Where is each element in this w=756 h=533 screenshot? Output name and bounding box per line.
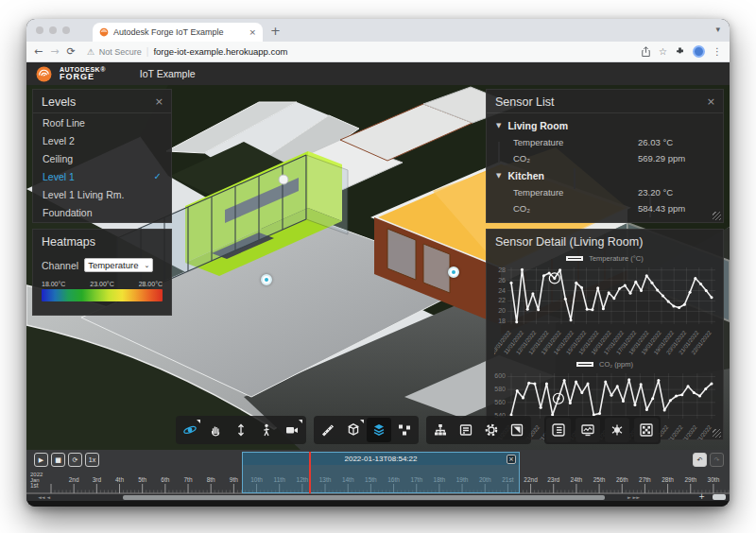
close-icon[interactable]: × bbox=[707, 95, 715, 108]
forge-viewer-canvas[interactable]: Levels × Roof LineLevel 2CeilingLevel 1✓… bbox=[26, 85, 730, 450]
security-label[interactable]: Not Secure bbox=[99, 47, 142, 57]
close-window-button[interactable] bbox=[36, 26, 43, 34]
pan-button[interactable] bbox=[203, 418, 228, 442]
forge-logo bbox=[36, 66, 52, 82]
sensor-group-kitchen[interactable]: ▼Kitchen bbox=[487, 166, 723, 184]
explode-button[interactable] bbox=[392, 418, 417, 442]
tab-title: Autodesk Forge IoT Example bbox=[113, 27, 244, 37]
first-person-icon bbox=[259, 422, 274, 438]
tab-close-icon[interactable]: × bbox=[249, 27, 256, 37]
browser-toolbar: ← → ⟳ ⚠ Not Secure | forge-iot-example.h… bbox=[26, 42, 730, 62]
properties-button[interactable] bbox=[454, 418, 478, 442]
scroll-left-arrows[interactable]: ◄◄ ◄ bbox=[38, 494, 50, 501]
heatmaps-panel-title[interactable]: Heatmaps bbox=[33, 230, 171, 252]
loop-button[interactable]: ⟳ bbox=[68, 453, 82, 467]
sensor-group-living-room[interactable]: ▼Living Room bbox=[487, 116, 723, 134]
sensor-list-tool-button[interactable] bbox=[546, 418, 571, 442]
zoom-window-button[interactable] bbox=[62, 26, 70, 34]
resize-handle[interactable] bbox=[713, 429, 721, 438]
browser-tab[interactable]: Autodesk Forge IoT Example × bbox=[93, 23, 263, 42]
channel-select[interactable]: Temperature ⌄ bbox=[84, 258, 153, 272]
camera-button[interactable] bbox=[280, 418, 304, 442]
new-tab-button[interactable]: + bbox=[270, 25, 281, 37]
level-item-ceiling[interactable]: Ceiling bbox=[33, 149, 171, 167]
first-person-button[interactable] bbox=[254, 418, 279, 442]
extensions-icon[interactable] bbox=[675, 46, 685, 57]
address-bar[interactable]: ⚠ Not Secure | forge-iot-example.herokua… bbox=[83, 46, 633, 57]
scrollbar-handle[interactable] bbox=[123, 495, 605, 500]
sensor-detail-panel-title[interactable]: Sensor Detail (Living Room) bbox=[487, 230, 723, 252]
orbit-button[interactable] bbox=[178, 418, 202, 442]
redo-button[interactable]: ↷ bbox=[710, 453, 724, 467]
minimize-window-button[interactable] bbox=[49, 26, 57, 34]
window-bottom-edge bbox=[26, 501, 730, 507]
levels-panel-title[interactable]: Levels × bbox=[33, 90, 171, 112]
channel-label: Channel bbox=[42, 260, 78, 271]
levels-panel: Levels × Roof LineLevel 2CeilingLevel 1✓… bbox=[32, 89, 172, 223]
profile-avatar[interactable] bbox=[693, 45, 705, 58]
sensor-detail-tool-button[interactable] bbox=[576, 418, 600, 442]
sensor-group-name: Living Room bbox=[507, 120, 568, 131]
back-icon[interactable]: ← bbox=[34, 45, 43, 58]
sensor-row[interactable]: CO₂569.29 ppm bbox=[487, 150, 723, 166]
flyout-arrow-icon bbox=[360, 420, 364, 423]
sensor-sprites-tool-button[interactable] bbox=[605, 418, 629, 442]
timeline-playhead[interactable] bbox=[309, 452, 311, 493]
livingroom-sensor-sprite[interactable] bbox=[448, 266, 459, 278]
model-browser-button[interactable] bbox=[428, 418, 453, 442]
timeline-selection-header[interactable]: 2022-01-13T08:54:22 bbox=[243, 453, 519, 465]
sensor-list-panel-title[interactable]: Sensor List × bbox=[487, 90, 723, 112]
tab-search-chevron-icon[interactable]: ▾ bbox=[715, 25, 720, 34]
temperature-chart-legend: Temperature (°C) bbox=[487, 252, 723, 264]
settings-button[interactable] bbox=[479, 418, 504, 442]
speed-button[interactable]: 1x bbox=[85, 453, 99, 467]
timeline-selection-range[interactable]: 2022-01-13T08:54:22 × bbox=[242, 452, 520, 493]
caret-down-icon: ▼ bbox=[496, 122, 501, 129]
timeline-panel[interactable]: ▶ ■ ⟳ 1x ↶ ↷ 2022Jan1st2nd3rd4th5th6th7t… bbox=[26, 450, 730, 501]
level-item-level-1-living-rm-[interactable]: Level 1 Living Rm. bbox=[33, 185, 171, 203]
temperature-line-chart[interactable]: 18202224262810/01/202211/01/202212/01/20… bbox=[494, 264, 717, 358]
undo-button[interactable]: ↶ bbox=[693, 453, 707, 467]
sensor-value: 26.03 °C bbox=[638, 137, 673, 147]
zoom-button[interactable] bbox=[229, 418, 253, 442]
not-secure-warning-icon[interactable]: ⚠ bbox=[87, 47, 94, 57]
flyout-arrow-icon bbox=[197, 420, 200, 423]
level-item-foundation[interactable]: Foundation bbox=[33, 203, 171, 221]
scroll-right-arrows[interactable]: ► ►► bbox=[627, 494, 640, 501]
check-icon: ✓ bbox=[154, 171, 162, 181]
svg-text:18: 18 bbox=[498, 318, 506, 324]
stop-button[interactable]: ■ bbox=[51, 453, 65, 467]
svg-text:22: 22 bbox=[498, 297, 506, 303]
scrollbar-corner[interactable] bbox=[713, 494, 726, 500]
fullscreen-button[interactable] bbox=[505, 418, 529, 442]
kitchen-sensor-sprite[interactable] bbox=[261, 274, 272, 285]
url-text[interactable]: forge-iot-example.herokuapp.com bbox=[153, 46, 287, 57]
sensor-row[interactable]: CO₂584.43 ppm bbox=[487, 200, 723, 216]
resize-handle[interactable] bbox=[713, 212, 721, 220]
measure-button[interactable] bbox=[316, 418, 340, 442]
sensor-row[interactable]: Temperature26.03 °C bbox=[487, 134, 723, 150]
section-button[interactable] bbox=[341, 418, 366, 442]
levels-button[interactable] bbox=[367, 418, 391, 442]
zoom-in-button[interactable]: + bbox=[698, 493, 705, 500]
pan-icon bbox=[208, 422, 223, 438]
timeline-scrollbar[interactable]: ◄◄ ◄ ► ►► + bbox=[26, 494, 730, 501]
level-item-level-1[interactable]: Level 1✓ bbox=[33, 167, 171, 185]
sensor-row[interactable]: Temperature23.20 °C bbox=[487, 184, 723, 200]
selection-close-icon[interactable]: × bbox=[507, 455, 516, 464]
reload-icon[interactable]: ⟳ bbox=[66, 45, 75, 58]
play-button[interactable]: ▶ bbox=[34, 453, 48, 467]
close-icon[interactable]: × bbox=[155, 95, 163, 108]
level-item-roof-line[interactable]: Roof Line bbox=[33, 113, 171, 131]
forward-icon[interactable]: → bbox=[50, 45, 59, 58]
heatmap-tool-button[interactable] bbox=[634, 418, 659, 442]
level-item-level-2[interactable]: Level 2 bbox=[33, 131, 171, 149]
svg-text:4th: 4th bbox=[115, 476, 124, 483]
svg-text:28th: 28th bbox=[662, 476, 674, 483]
svg-text:2nd: 2nd bbox=[69, 476, 79, 483]
svg-text:27th: 27th bbox=[639, 476, 651, 483]
svg-text:24th: 24th bbox=[571, 476, 583, 483]
browser-menu-icon[interactable]: ⋮ bbox=[713, 46, 722, 57]
bookmark-star-icon[interactable]: ☆ bbox=[659, 46, 667, 57]
share-icon[interactable] bbox=[641, 46, 651, 58]
